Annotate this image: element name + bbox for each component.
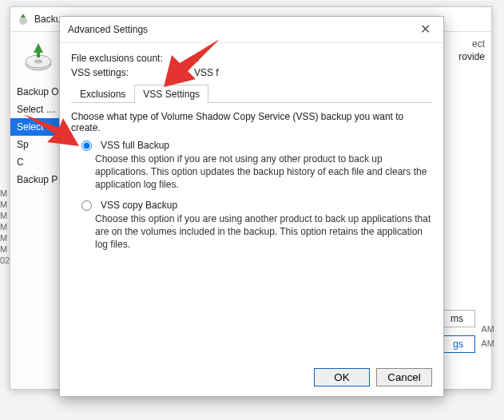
- option-vss-copy[interactable]: VSS copy Backup: [77, 200, 432, 211]
- exclusions-count-value: 0: [194, 53, 200, 64]
- wizard-steps: Backup OSelect BacSelectSpCBackup P: [10, 78, 66, 188]
- option-vss-full[interactable]: VSS full Backup: [77, 140, 432, 151]
- dialog-title: Advanced Settings: [68, 24, 148, 35]
- margin-label: M: [0, 233, 10, 243]
- option-vss-copy-title: VSS copy Backup: [101, 200, 177, 211]
- tab-exclusions[interactable]: Exclusions: [71, 85, 134, 103]
- wizard-step[interactable]: C: [10, 153, 66, 171]
- vss-settings-label: VSS settings:: [71, 67, 175, 78]
- left-margin-labels: MMMMMM02: [0, 187, 10, 267]
- svg-point-0: [19, 17, 27, 25]
- wizard-step[interactable]: Select: [10, 118, 66, 136]
- margin-label: M: [0, 200, 10, 209]
- app-icon: [17, 13, 30, 26]
- dialog-titlebar: Advanced Settings ✕: [60, 17, 443, 43]
- background-buttons-2: gs: [441, 339, 475, 350]
- close-icon[interactable]: ✕: [414, 22, 437, 38]
- truncated-text: ect: [472, 38, 485, 50]
- disk-icon: [22, 42, 54, 73]
- svg-point-3: [34, 60, 42, 64]
- advanced-settings-dialog: Advanced Settings ✕ File exclusions coun…: [59, 16, 444, 397]
- ok-button[interactable]: OK: [314, 368, 370, 386]
- option-vss-copy-desc: Choose this option if you are using anot…: [95, 212, 432, 252]
- margin-label: M: [0, 211, 10, 220]
- option-vss-full-title: VSS full Backup: [101, 140, 169, 151]
- vss-settings-value: VSS f: [194, 67, 219, 78]
- wizard-step[interactable]: Sp: [10, 136, 66, 153]
- exclusions-count-label: File exclusions count:: [71, 53, 175, 64]
- margin-label: M: [0, 222, 10, 232]
- wizard-step[interactable]: Select Bac: [10, 101, 66, 118]
- instruction-text: Choose what type of Volume Shadow Copy S…: [71, 111, 432, 133]
- radio-vss-full[interactable]: [81, 141, 92, 151]
- time-label-2: AM: [482, 324, 495, 334]
- svg-rect-4: [37, 51, 40, 57]
- bg-button-gs[interactable]: gs: [441, 335, 475, 353]
- truncated-text-2: rovide: [458, 51, 485, 62]
- option-vss-full-desc: Choose this option if you are not using …: [95, 153, 432, 192]
- margin-label: M: [0, 244, 10, 254]
- wizard-step[interactable]: Backup O: [10, 83, 66, 101]
- time-label: AM: [482, 339, 495, 348]
- wizard-step[interactable]: Backup P: [10, 171, 66, 188]
- margin-label: 02: [0, 256, 10, 265]
- radio-vss-copy[interactable]: [81, 200, 92, 211]
- dialog-content: File exclusions count: 0 VSS settings: V…: [60, 43, 443, 360]
- margin-label: M: [0, 188, 10, 198]
- tabs: Exclusions VSS Settings: [71, 85, 432, 103]
- dialog-buttons: OK Cancel: [60, 360, 443, 396]
- tab-vss-settings[interactable]: VSS Settings: [134, 85, 208, 103]
- cancel-button[interactable]: Cancel: [376, 368, 432, 386]
